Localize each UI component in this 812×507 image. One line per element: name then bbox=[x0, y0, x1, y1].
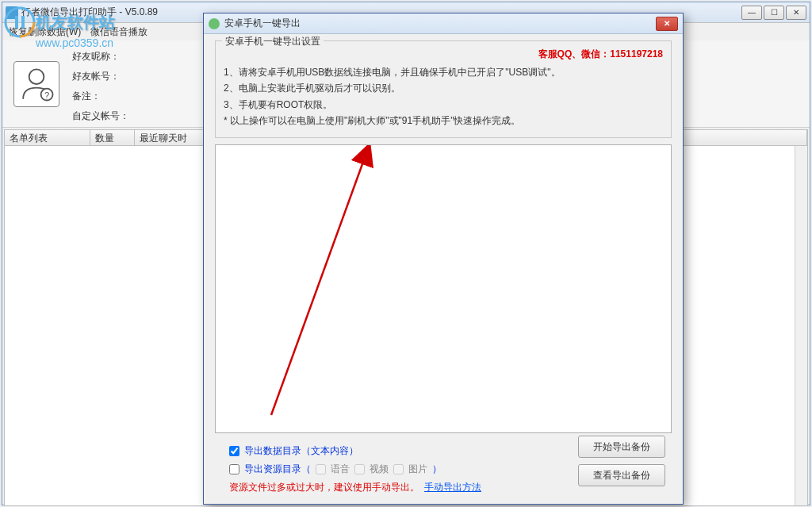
audio-checkbox bbox=[316, 464, 326, 474]
dialog-close-button[interactable]: ✕ bbox=[656, 17, 678, 31]
instruction-1: 1、请将安卓手机用USB数据线连接电脑，并且确保手机中已开启了"USB调试"。 bbox=[224, 64, 663, 80]
svg-text:?: ? bbox=[44, 90, 49, 99]
nickname-label: 好友昵称： bbox=[72, 50, 129, 63]
maximize-button[interactable]: ☐ bbox=[764, 6, 784, 20]
export-data-checkbox[interactable] bbox=[229, 446, 239, 456]
export-resource-checkbox[interactable] bbox=[229, 464, 239, 474]
table-col-list[interactable]: 名单列表 bbox=[5, 130, 90, 145]
table-col-count[interactable]: 数量 bbox=[90, 130, 135, 145]
scrollbar[interactable] bbox=[795, 146, 807, 505]
instruction-4: * 以上操作可以在电脑上使用"刷机大师"或"91手机助手"快速操作完成。 bbox=[224, 113, 663, 129]
custom-label: 自定义帐号： bbox=[72, 109, 129, 123]
export-data-label: 导出数据目录（文本内容） bbox=[244, 444, 358, 458]
friend-avatar: ? bbox=[13, 61, 59, 107]
log-textarea[interactable] bbox=[215, 144, 672, 433]
account-label: 好友帐号： bbox=[72, 70, 129, 83]
close-paren: ） bbox=[432, 463, 442, 476]
app-icon bbox=[6, 6, 18, 19]
minimize-button[interactable]: — bbox=[741, 6, 762, 20]
close-button[interactable]: ✕ bbox=[786, 6, 806, 20]
instruction-2: 2、电脑上安装此手机驱动后才可以识别。 bbox=[224, 80, 663, 96]
groupbox-title: 安卓手机一键导出设置 bbox=[222, 35, 324, 48]
arrow-annotation bbox=[232, 145, 469, 431]
export-dialog: 安卓手机一键导出 ✕ 安卓手机一键导出设置 客服QQ、微信：1151197218… bbox=[203, 13, 684, 505]
menu-audio[interactable]: 微信语音播放 bbox=[90, 25, 147, 39]
video-label: 视频 bbox=[370, 463, 389, 476]
contact-info: 客服QQ、微信：1151197218 bbox=[224, 48, 663, 61]
audio-label: 语音 bbox=[331, 463, 350, 476]
dialog-titlebar[interactable]: 安卓手机一键导出 ✕ bbox=[204, 13, 683, 34]
image-checkbox bbox=[393, 464, 404, 474]
video-checkbox bbox=[354, 464, 365, 474]
view-export-button[interactable]: 查看导出备份 bbox=[578, 464, 665, 486]
svg-line-5 bbox=[271, 153, 366, 415]
settings-groupbox: 安卓手机一键导出设置 客服QQ、微信：1151197218 1、请将安卓手机用U… bbox=[215, 40, 672, 138]
dialog-icon bbox=[209, 18, 220, 29]
remark-label: 备注： bbox=[72, 90, 129, 103]
manual-export-link[interactable]: 手动导出方法 bbox=[424, 481, 481, 494]
dialog-title: 安卓手机一键导出 bbox=[224, 17, 656, 30]
warning-text: 资源文件过多或过大时，建议使用手动导出。 bbox=[229, 481, 419, 494]
start-export-button[interactable]: 开始导出备份 bbox=[578, 436, 665, 458]
instruction-3: 3、手机要有ROOT权限。 bbox=[224, 97, 663, 113]
svg-point-2 bbox=[29, 69, 44, 84]
menu-restore[interactable]: 恢复删除数据(W) bbox=[9, 25, 81, 39]
image-label: 图片 bbox=[408, 463, 427, 476]
export-resource-label: 导出资源目录（ bbox=[244, 463, 311, 476]
